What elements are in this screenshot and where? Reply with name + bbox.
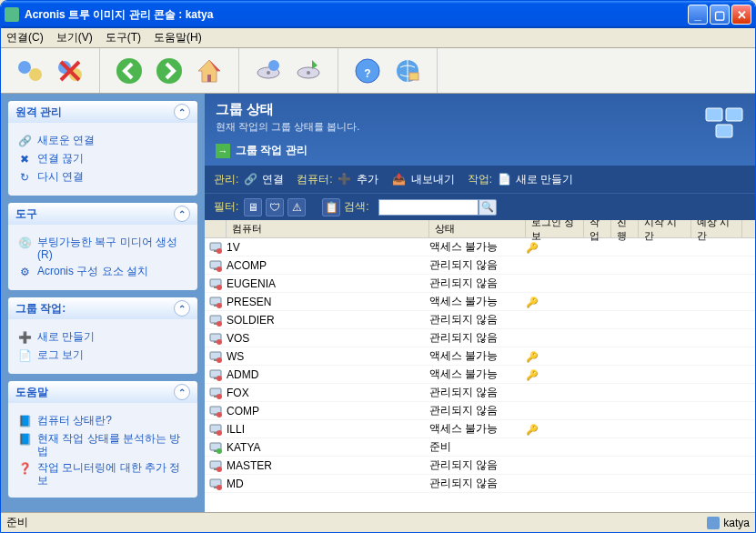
svg-point-11 [307,71,310,75]
home-button[interactable] [193,55,226,87]
table-row[interactable]: SOLDIER관리되지 않음 [205,311,755,329]
filter-btn-2[interactable]: 🛡 [266,198,284,216]
action-connect[interactable]: 🔗연결 [242,171,284,187]
link-help-status[interactable]: 📘컴퓨터 상태란? [17,414,188,428]
svg-point-9 [268,60,279,71]
col-computer[interactable]: 컴퓨터 [227,220,429,237]
table-row[interactable]: PRESEN액세스 불가능🔑 [205,293,755,311]
link-install-components[interactable]: ⚙Acronis 구성 요소 설치 [17,265,188,279]
panel-remote-head[interactable]: 원격 관리⌃ [8,101,197,123]
disconnect-icon[interactable] [54,55,86,87]
svg-point-51 [217,430,222,436]
svg-point-4 [116,58,142,84]
table-row[interactable]: MASTER관리되지 않음 [205,457,755,475]
chevron-up-icon[interactable]: ⌃ [174,300,190,317]
panel-tools: 도구⌃ 💿부팅가능한 복구 미디어 생성(R) ⚙Acronis 구성 요소 설… [8,203,197,290]
filter-btn-4[interactable]: 📋 [322,198,340,216]
add-icon: ➕ [337,171,353,187]
action-export[interactable]: 📤내보내기 [391,171,455,187]
link-help-monitor[interactable]: ❓작업 모니터링에 대한 추가 정보 [17,461,188,487]
log-icon: 📄 [17,348,32,363]
row-name: ACOMP [227,259,429,272]
svg-rect-15 [409,73,418,80]
arrow-right-icon: → [216,144,230,158]
filter-btn-3[interactable]: ⚠ [287,198,306,216]
chevron-up-icon[interactable]: ⌃ [174,206,190,222]
filter-btn-1[interactable]: 🖥 [244,198,262,216]
link-reconnect[interactable]: ↻다시 연결 [17,170,188,185]
window-title: Acronis 트루 이미지 관리 콘솔 : katya [25,7,688,23]
search-go-button[interactable]: 🔍 [479,199,497,216]
col-status[interactable]: 상태 [429,220,526,237]
panel-help-head[interactable]: 도움말⌃ [8,381,197,403]
table-row[interactable]: COMP관리되지 않음 [205,402,755,420]
col-start[interactable]: 시작 시간 [639,220,691,237]
table-row[interactable]: KATYA준비 [205,438,755,457]
key-icon: 🔑 [526,351,539,362]
menu-tool[interactable]: 도구(T) [106,30,141,45]
table-row[interactable]: VOS관리되지 않음 [205,329,755,347]
row-status: 액세스 불가능 [429,348,526,364]
svg-rect-16 [706,108,722,121]
table-row[interactable]: ADMD액세스 불가능🔑 [205,366,755,384]
row-name: FOX [227,387,429,399]
menu-view[interactable]: 보기(V) [56,30,93,45]
action-add[interactable]: ➕추가 [337,171,378,187]
row-status: 관리되지 않음 [429,276,526,291]
menu-connect[interactable]: 연결(C) [6,30,44,45]
row-icon [205,332,227,345]
app-icon [5,7,19,22]
svg-rect-6 [207,75,211,82]
help-icon[interactable]: ? [351,55,384,87]
row-status: 액세스 불가능 [429,367,526,382]
svg-point-24 [217,266,222,272]
disk-icon-2[interactable] [292,55,325,87]
table-row[interactable]: FOX관리되지 않음 [205,384,755,402]
panel-group-head[interactable]: 그룹 작업:⌃ [8,297,197,319]
disk-icon-1[interactable] [252,55,285,87]
svg-point-30 [217,303,222,308]
forward-button[interactable] [153,55,186,87]
menu-help[interactable]: 도움말(H) [154,30,202,45]
panel-tools-head[interactable]: 도구⌃ [8,203,197,225]
link-disconnect[interactable]: ✖연결 끊기 [17,152,188,166]
connect-icon[interactable] [14,55,46,87]
task-link[interactable]: →그룹 작업 관리 [216,143,744,158]
col-login[interactable]: 로그인 정보 [526,220,584,237]
computers-grid[interactable]: 컴퓨터 상태 로그인 정보 작업 진행 시작 시간 예상 시간 1V액세스 불가… [205,220,755,512]
svg-rect-18 [716,125,732,137]
table-row[interactable]: EUGENIA관리되지 않음 [205,275,755,293]
col-icon[interactable] [205,220,227,237]
table-row[interactable]: WS액세스 불가능🔑 [205,347,755,366]
connect-icon: 🔗 [242,171,258,187]
link-help-analyze[interactable]: 📘현재 작업 상태를 분석하는 방법 [17,432,188,458]
chevron-up-icon[interactable]: ⌃ [174,104,190,120]
search-input[interactable] [378,199,479,216]
table-row[interactable]: MD관리되지 않음 [205,475,755,493]
col-job[interactable]: 작업 [584,220,611,237]
link-new-connection[interactable]: 🔗새로운 연결 [17,134,188,148]
svg-point-33 [217,321,222,327]
app-window: Acronis 트루 이미지 관리 콘솔 : katya _ ▢ ✕ 연결(C)… [0,0,756,533]
row-status: 관리되지 않음 [429,403,526,418]
globe-icon[interactable] [391,55,424,87]
table-row[interactable]: ACOMP관리되지 않음 [205,256,755,275]
row-name: WS [227,350,429,363]
close-button[interactable]: ✕ [731,5,751,25]
col-est[interactable]: 예상 시간 [691,220,742,237]
action-new-job[interactable]: 📄새로 만들기 [496,171,573,187]
titlebar[interactable]: Acronis 트루 이미지 관리 콘솔 : katya _ ▢ ✕ [1,1,755,28]
link-view-log[interactable]: 📄로그 보기 [17,348,188,363]
col-progress[interactable]: 진행 [611,220,639,237]
link-boot-media[interactable]: 💿부팅가능한 복구 미디어 생성(R) [17,236,188,261]
row-icon [205,277,227,290]
minimize-button[interactable]: _ [688,5,708,25]
maximize-button[interactable]: ▢ [710,5,730,25]
install-icon: ⚙ [17,265,32,279]
svg-rect-17 [726,108,742,121]
table-row[interactable]: ILLI액세스 불가능🔑 [205,420,755,438]
chevron-up-icon[interactable]: ⌃ [174,384,190,400]
back-button[interactable] [113,55,146,87]
row-name: ILLI [227,423,429,436]
link-new-task[interactable]: ➕새로 만들기 [17,330,188,345]
